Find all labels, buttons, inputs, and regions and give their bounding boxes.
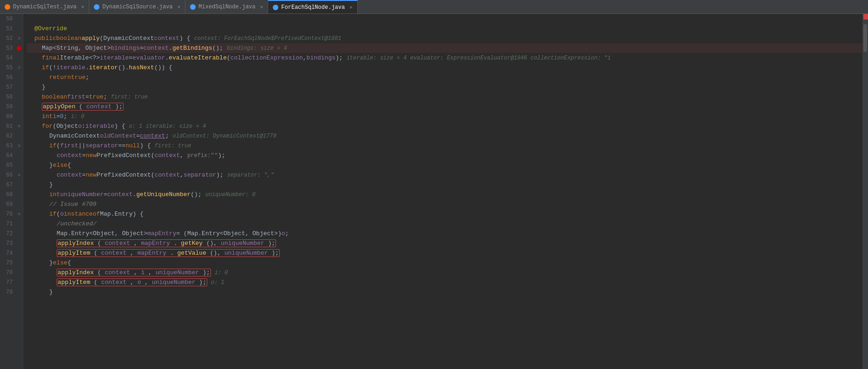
type-mapentry-72: Map.Entry xyxy=(57,230,89,237)
line-num-61: 61 xyxy=(0,123,15,130)
tab-icon-java-c-2 xyxy=(190,4,196,10)
line-num-60: 60 xyxy=(0,113,15,120)
comment-69: // Issue #709 xyxy=(49,201,96,208)
var-context-64: context xyxy=(57,152,82,159)
var-uniquenum-74: uniqueNumber xyxy=(224,250,268,257)
eq-54: = xyxy=(129,54,132,61)
line-num-57: 57 xyxy=(0,84,15,91)
gutter-row-50: 50 xyxy=(0,14,23,24)
tab-dynamicsqlsource[interactable]: DynamicSqlSource.java ✕ xyxy=(89,0,185,13)
eq-53: = xyxy=(140,45,144,52)
code-line-51: @Override xyxy=(27,24,862,33)
type-mapentry-70: Map.Entry xyxy=(100,211,132,217)
parens2-74: (), xyxy=(210,250,224,257)
parens2-77: ); xyxy=(199,279,206,286)
fold-icon-70[interactable]: ⊟ xyxy=(18,211,20,217)
code-line-58: boolean first = true ; first: true xyxy=(27,92,862,102)
var-first-63: first xyxy=(60,142,78,149)
line-num-65: 65 xyxy=(0,162,15,169)
fold-icon-52[interactable]: ⊟ xyxy=(18,36,20,41)
gutter-row-73: 73 xyxy=(0,238,23,248)
line-num-62: 62 xyxy=(0,133,15,139)
code-line-71: /unchecked/ xyxy=(27,219,862,229)
eq-60: = xyxy=(56,113,60,120)
tab-label-mixedsqlnode: MixedSqlNode.java xyxy=(198,4,255,10)
parens3-74: ); xyxy=(271,250,279,257)
code-line-60: int i = 0 ; i: 0 xyxy=(27,112,862,121)
paren-55: (! xyxy=(49,64,57,71)
tab-label-foreachsqlnode: ForEachSqlNode.java xyxy=(281,4,345,11)
hint-54: iterable: size = 4 evaluator: Expression… xyxy=(347,55,611,61)
semi-72: ; xyxy=(285,230,289,237)
kw-boolean-58: boolean xyxy=(42,93,67,100)
eq-66: = xyxy=(82,171,86,178)
gutter-row-60: 60 xyxy=(0,112,23,121)
line-marker-61: ⊟ xyxy=(15,124,23,129)
fold-icon-61[interactable]: ⊟ xyxy=(18,124,20,129)
brace-57: } xyxy=(42,84,46,91)
gutter-row-71: 71 xyxy=(0,219,23,229)
line-num-53: 53 xyxy=(0,45,15,52)
fold-icon-66[interactable]: ⊟ xyxy=(18,172,20,178)
minimap-marker-top xyxy=(863,14,868,20)
gutter-row-68: 68 xyxy=(0,190,23,199)
tab-dynamicsqltest[interactable]: DynamicSqlTest.java ✕ xyxy=(0,0,89,13)
line-num-67: 67 xyxy=(0,182,15,188)
right-scrollbar[interactable] xyxy=(862,14,868,369)
gutter-row-59: 59 xyxy=(0,102,23,112)
tab-close-4[interactable]: ✕ xyxy=(349,4,353,10)
paren-close-61: ) { xyxy=(114,123,125,130)
kw-if-70: if xyxy=(49,211,57,217)
type-map-53: Map xyxy=(42,45,53,52)
comma-73: , xyxy=(134,240,141,247)
comma-66: , xyxy=(180,171,184,178)
code-line-50 xyxy=(27,14,862,24)
paren-close-70: ) { xyxy=(132,211,143,217)
tab-foreachsqlnode[interactable]: ForEachSqlNode.java ✕ xyxy=(268,0,357,13)
var-mapentry-72: mapEntry xyxy=(147,230,176,237)
kw-if-63: if xyxy=(49,142,57,149)
var-context-76: context xyxy=(105,269,130,276)
tab-close-3[interactable]: ✕ xyxy=(260,4,263,10)
tab-label-dynamicsqlsource: DynamicSqlSource.java xyxy=(102,4,172,10)
eq-68: = xyxy=(104,191,107,198)
scroll-thumb[interactable] xyxy=(863,24,867,52)
line-marker-70: ⊟ xyxy=(15,211,23,217)
method-getkey-73: getKey xyxy=(181,240,203,247)
var-bindings2-54: bindings xyxy=(307,54,335,61)
hint-53: bindings: size = 4 xyxy=(227,45,287,52)
var-o-70: o xyxy=(60,211,64,217)
parens2-66: ); xyxy=(216,171,224,178)
hint-77: o: 1 xyxy=(211,279,224,286)
fold-icon-63[interactable]: ⊟ xyxy=(18,143,20,148)
method-getbindings-53: getBindings xyxy=(172,45,212,52)
cast-72: Map.Entry<Object, Object> xyxy=(187,230,278,237)
hint-66: separator: "," xyxy=(227,172,274,178)
debug-box-74: applyItem ( context , mapEntry . getValu… xyxy=(57,249,280,257)
fold-icon-55[interactable]: ⊟ xyxy=(18,65,20,70)
dot-54: . xyxy=(165,54,169,61)
var-collexpr-54: collectionExpression xyxy=(230,54,303,61)
gutter-row-53: 53 xyxy=(0,43,23,53)
tab-close-2[interactable]: ✕ xyxy=(178,4,181,10)
var-iterable-61: iterable xyxy=(85,123,114,130)
gutter-row-70: 70 ⊟ xyxy=(0,209,23,219)
tab-icon-java-c-3 xyxy=(273,5,278,10)
var-context-74: context xyxy=(101,250,127,257)
line-num-75: 75 xyxy=(0,260,15,266)
brace2-65: { xyxy=(67,162,71,169)
code-area[interactable]: @Override public boolean apply ( Dynamic… xyxy=(23,14,862,369)
gutter-row-51: 51 xyxy=(0,24,23,33)
gutter-row-57: 57 xyxy=(0,82,23,92)
hint-63: first: true xyxy=(155,143,191,149)
line-num-51: 51 xyxy=(0,26,15,32)
code-line-59: applyOpen ( context ); xyxy=(27,102,862,112)
kw-public-52: public xyxy=(34,35,56,42)
gutter-row-77: 77 xyxy=(0,277,23,287)
var-context-53: context xyxy=(143,45,169,52)
var-uniquenum-73: uniqueNumber xyxy=(221,240,264,247)
generic-72: <Object, Object> xyxy=(89,230,147,237)
tab-mixedsqlnode[interactable]: MixedSqlNode.java ✕ xyxy=(185,0,268,13)
tab-close-1[interactable]: ✕ xyxy=(81,4,85,10)
breakpoint-53[interactable] xyxy=(17,46,21,51)
